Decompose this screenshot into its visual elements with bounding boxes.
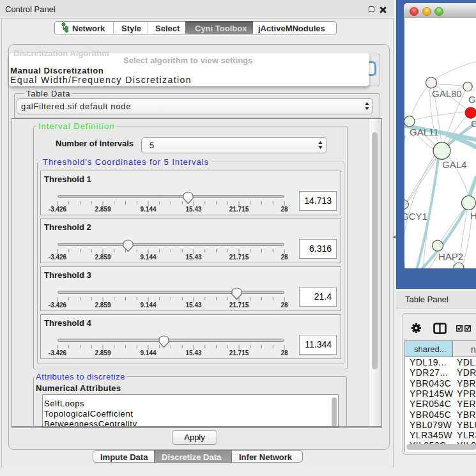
svg-text:GAL80: GAL80 xyxy=(432,88,462,99)
svg-text:GAL11: GAL11 xyxy=(410,127,439,137)
svg-text:GAL4: GAL4 xyxy=(442,159,466,170)
svg-text:GCY1: GCY1 xyxy=(404,211,427,222)
svg-text:GAL1: GAL1 xyxy=(468,94,476,105)
svg-text:HAP2: HAP2 xyxy=(438,251,463,262)
svg-text:CDC1: CDC1 xyxy=(471,118,476,129)
svg-text:HIS4: HIS4 xyxy=(470,210,476,221)
